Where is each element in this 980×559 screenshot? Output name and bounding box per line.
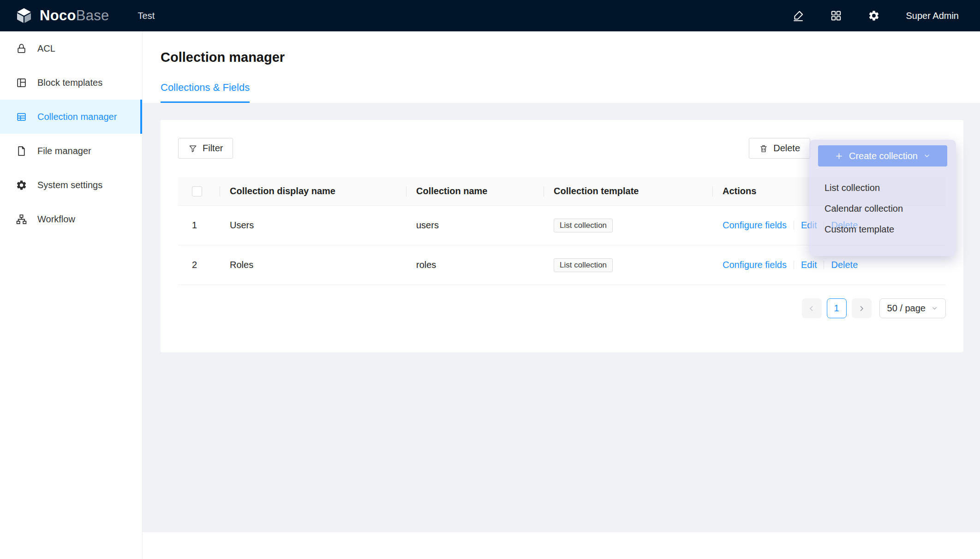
template-tag: List collection — [554, 219, 613, 232]
delete-link[interactable]: Delete — [831, 260, 858, 270]
table-icon — [16, 111, 27, 123]
chevron-down-icon — [923, 152, 931, 160]
main-area: Collection manager Collections & Fields … — [143, 31, 980, 559]
cell-display-name: Users — [220, 206, 406, 245]
brand[interactable]: NocoBase — [0, 6, 109, 25]
current-user[interactable]: Super Admin — [906, 11, 959, 21]
cell-collection-name: users — [406, 206, 544, 245]
topbar: NocoBase Test Super Admin — [0, 0, 980, 31]
sidebar-item-block-templates[interactable]: Block templates — [0, 65, 142, 100]
pagination-prev-button[interactable] — [802, 298, 822, 318]
create-collection-dropdown: Create collection List collection Calend… — [809, 140, 956, 256]
bottom-strip — [143, 532, 980, 559]
row-index: 1 — [178, 206, 220, 245]
page-title: Collection manager — [161, 50, 980, 65]
nocobase-logo-icon — [15, 6, 33, 25]
file-icon — [16, 145, 27, 157]
tab-bar: Collections & Fields — [143, 82, 980, 103]
plus-icon — [835, 152, 843, 161]
chevron-down-icon — [931, 305, 938, 312]
edit-link[interactable]: Edit — [801, 260, 817, 270]
select-all-checkbox[interactable] — [192, 186, 202, 196]
create-collection-button[interactable]: Create collection — [818, 145, 947, 167]
pagination-page-1[interactable]: 1 — [827, 298, 847, 318]
settings-gear-icon[interactable] — [868, 10, 880, 22]
configure-fields-link[interactable]: Configure fields — [723, 220, 787, 230]
sidebar-item-label: System settings — [37, 180, 102, 190]
column-header-collection-name[interactable]: Collection name — [406, 177, 544, 206]
column-header-collection-template[interactable]: Collection template — [544, 177, 713, 206]
tab-collections-fields[interactable]: Collections & Fields — [161, 82, 250, 103]
cell-display-name: Roles — [220, 245, 406, 285]
sidebar: ACL Block templates Collection manager F… — [0, 31, 143, 559]
chevron-left-icon — [807, 304, 816, 313]
sidebar-item-label: File manager — [37, 146, 91, 156]
configure-fields-link[interactable]: Configure fields — [723, 260, 787, 270]
delete-button[interactable]: Delete — [749, 138, 810, 159]
sidebar-item-file-manager[interactable]: File manager — [0, 134, 142, 168]
column-header-display-name[interactable]: Collection display name — [220, 177, 406, 206]
workflow-icon — [16, 214, 27, 225]
layout-icon — [16, 77, 27, 89]
highlighter-icon[interactable] — [792, 10, 804, 22]
sidebar-item-label: Block templates — [37, 77, 102, 88]
action-divider — [794, 221, 794, 230]
page-size-select[interactable]: 50 / page — [879, 298, 946, 318]
menu-item-calendar-collection[interactable]: Calendar collection — [809, 198, 956, 219]
sidebar-item-system-settings[interactable]: System settings — [0, 168, 142, 202]
template-tag: List collection — [554, 258, 613, 272]
trash-icon — [759, 144, 768, 153]
pagination-next-button[interactable] — [852, 298, 872, 318]
cell-collection-name: roles — [406, 245, 544, 285]
topbar-right: Super Admin — [792, 10, 980, 22]
menu-item-custom-template[interactable]: Custom template — [809, 219, 956, 240]
sidebar-item-workflow[interactable]: Workflow — [0, 202, 142, 236]
chevron-right-icon — [857, 304, 866, 313]
filter-button[interactable]: Filter — [178, 138, 233, 159]
pagination: 1 50 / page — [178, 298, 946, 318]
brand-name: NocoBase — [40, 7, 109, 24]
menu-item-list-collection[interactable]: List collection — [809, 178, 956, 198]
sidebar-item-collection-manager[interactable]: Collection manager — [0, 100, 142, 134]
topnav-item-test[interactable]: Test — [138, 11, 155, 21]
gear-icon — [16, 179, 27, 191]
action-divider — [824, 261, 824, 269]
sidebar-item-label: Workflow — [37, 214, 75, 225]
sidebar-item-label: ACL — [37, 43, 55, 54]
sidebar-item-acl[interactable]: ACL — [0, 31, 142, 65]
create-collection-menu: List collection Calendar collection Cust… — [809, 178, 956, 240]
sidebar-item-label: Collection manager — [37, 112, 117, 122]
modules-grid-icon[interactable] — [830, 10, 842, 22]
lock-icon — [16, 43, 27, 54]
filter-icon — [188, 144, 197, 153]
row-index: 2 — [178, 245, 220, 285]
action-divider — [794, 261, 794, 269]
